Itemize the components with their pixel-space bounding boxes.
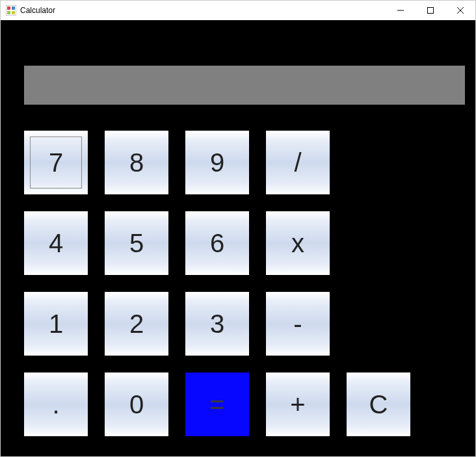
key-2[interactable]: 2 [105, 292, 168, 356]
key-row-1: 7 8 9 / [24, 131, 410, 194]
window-title: Calculator [20, 6, 55, 15]
key-equals[interactable]: = [185, 372, 249, 436]
window-controls [386, 1, 475, 20]
key-add[interactable]: + [266, 372, 330, 436]
key-row-3: 1 2 3 - [24, 292, 410, 356]
key-8[interactable]: 8 [105, 131, 168, 194]
maximize-button[interactable] [416, 1, 445, 20]
key-divide[interactable]: / [266, 131, 330, 194]
svg-rect-1 [7, 7, 10, 10]
key-decimal[interactable]: . [24, 372, 88, 436]
key-7[interactable]: 7 [24, 131, 88, 194]
calculator-window: Calculator 7 8 9 / 4 5 [0, 0, 476, 457]
svg-rect-2 [12, 7, 15, 10]
calc-display[interactable] [24, 66, 465, 105]
svg-rect-6 [428, 8, 434, 14]
key-6[interactable]: 6 [185, 211, 249, 275]
key-subtract[interactable]: - [266, 292, 330, 356]
key-3[interactable]: 3 [185, 292, 249, 356]
key-row-4: . 0 = + C [24, 372, 410, 436]
minimize-button[interactable] [386, 1, 416, 20]
client-area: 7 8 9 / 4 5 6 x 1 2 3 - . 0 = + [1, 20, 475, 456]
key-clear[interactable]: C [347, 372, 410, 436]
close-button[interactable] [445, 1, 475, 20]
key-5[interactable]: 5 [105, 211, 168, 275]
key-row-2: 4 5 6 x [24, 211, 410, 275]
key-4[interactable]: 4 [24, 211, 88, 275]
key-multiply[interactable]: x [266, 211, 330, 275]
keypad: 7 8 9 / 4 5 6 x 1 2 3 - . 0 = + [24, 131, 410, 453]
svg-rect-4 [12, 11, 15, 14]
app-icon [6, 5, 16, 16]
key-0[interactable]: 0 [105, 372, 168, 436]
key-1[interactable]: 1 [24, 292, 88, 356]
titlebar[interactable]: Calculator [1, 1, 475, 20]
svg-rect-3 [7, 11, 10, 14]
key-9[interactable]: 9 [185, 131, 249, 194]
